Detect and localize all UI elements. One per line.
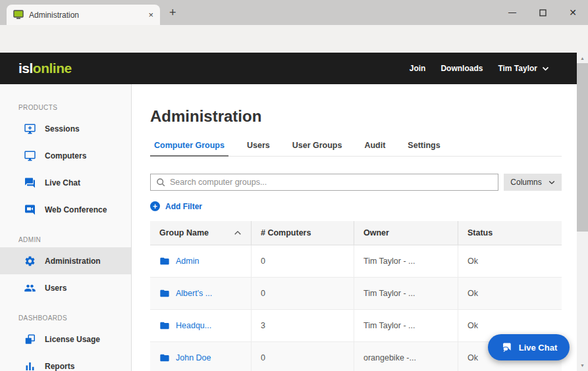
group-name-cell[interactable]: John Doe bbox=[150, 342, 252, 371]
folder-icon bbox=[159, 321, 170, 330]
group-name-cell[interactable]: Headqu... bbox=[150, 310, 252, 341]
scrollbar-thumb[interactable] bbox=[577, 63, 588, 232]
table-row: Albert's ... 0 Tim Taylor - ... Ok bbox=[150, 278, 562, 310]
minimize-button[interactable]: — bbox=[497, 0, 527, 25]
sidebar-item-computers[interactable]: Computers bbox=[0, 142, 131, 169]
add-filter-button[interactable]: + Add Filter bbox=[150, 201, 202, 211]
group-link[interactable]: Albert's ... bbox=[176, 289, 212, 298]
table-row: Admin 0 Tim Taylor - ... Ok bbox=[150, 245, 562, 278]
section-title-dashboards: DASHBOARDS bbox=[0, 314, 131, 322]
sidebar-item-label: Live Chat bbox=[45, 178, 80, 187]
sidebar-item-live-chat[interactable]: Live Chat bbox=[0, 169, 131, 196]
group-link[interactable]: Headqu... bbox=[176, 321, 211, 330]
table-header-row: Group Name # Computers Owner Status bbox=[150, 221, 562, 245]
sidebar-section-admin: ADMIN Administration Users bbox=[0, 236, 131, 301]
bar-chart-icon bbox=[24, 360, 36, 371]
sidebar-section-dashboards: DASHBOARDS License Usage Reports bbox=[0, 314, 131, 371]
folder-icon bbox=[159, 353, 170, 362]
search-input[interactable] bbox=[170, 178, 493, 187]
status-cell: Ok bbox=[458, 245, 562, 277]
layers-icon bbox=[24, 334, 36, 345]
scroll-down-icon[interactable]: ▼ bbox=[577, 360, 588, 370]
section-title-admin: ADMIN bbox=[0, 236, 131, 243]
main-content: Administration Computer Groups Users Use… bbox=[132, 84, 577, 371]
close-button[interactable]: ✕ bbox=[558, 0, 588, 25]
plus-circle-icon: + bbox=[150, 201, 160, 211]
video-bubble-icon bbox=[24, 204, 36, 216]
browser-titlebar: Administration × + — ✕ bbox=[0, 0, 588, 25]
computers-cell: 0 bbox=[252, 278, 354, 309]
tab-user-groups[interactable]: User Groups bbox=[288, 141, 346, 156]
columns-button[interactable]: Columns bbox=[504, 174, 562, 191]
site-navbar: islonline Join Downloads Tim Taylor bbox=[0, 53, 577, 84]
tab-audit[interactable]: Audit bbox=[360, 141, 389, 156]
sidebar-item-administration[interactable]: Administration bbox=[0, 247, 131, 274]
browser-toolbar: https://account.islonline.net/users/admi… bbox=[0, 25, 588, 53]
scroll-up-icon[interactable]: ▲ bbox=[577, 53, 588, 63]
group-name-cell[interactable]: Albert's ... bbox=[150, 278, 252, 309]
nav-link-downloads[interactable]: Downloads bbox=[441, 64, 483, 73]
sidebar-item-label: Sessions bbox=[45, 124, 80, 134]
folder-icon bbox=[159, 257, 170, 266]
new-tab-button[interactable]: + bbox=[169, 6, 176, 20]
table-controls: Columns bbox=[150, 174, 562, 191]
window-controls: — ✕ bbox=[497, 0, 588, 25]
chevron-down-icon bbox=[548, 180, 555, 185]
logo-online: online bbox=[33, 61, 72, 76]
columns-button-label: Columns bbox=[510, 178, 541, 187]
sidebar: PRODUCTS Sessions Computers Live Chat We… bbox=[0, 84, 132, 371]
column-header-status[interactable]: Status bbox=[458, 221, 562, 245]
owner-cell: orangebike -... bbox=[354, 342, 458, 371]
user-menu[interactable]: Tim Taylor bbox=[498, 64, 549, 73]
search-icon bbox=[156, 178, 165, 187]
computers-cell: 3 bbox=[252, 310, 354, 341]
maximize-button[interactable] bbox=[527, 0, 558, 25]
sidebar-item-label: Web Conference bbox=[45, 205, 107, 214]
group-link[interactable]: Admin bbox=[176, 257, 199, 266]
live-chat-button[interactable]: Live Chat bbox=[488, 334, 570, 360]
browser-tab[interactable]: Administration × bbox=[7, 5, 160, 25]
page-scrollbar[interactable]: ▲ ▼ bbox=[577, 53, 588, 371]
chevron-down-icon bbox=[542, 66, 549, 71]
section-title-products: PRODUCTS bbox=[0, 104, 131, 111]
sidebar-item-label: Computers bbox=[45, 151, 86, 161]
sidebar-item-web-conference[interactable]: Web Conference bbox=[0, 196, 131, 223]
folder-icon bbox=[159, 289, 170, 298]
monitor-plus-icon bbox=[24, 123, 36, 135]
sidebar-item-sessions[interactable]: Sessions bbox=[0, 115, 131, 142]
group-link[interactable]: John Doe bbox=[176, 353, 211, 362]
group-name-cell[interactable]: Admin bbox=[150, 245, 252, 277]
computers-cell: 0 bbox=[252, 342, 354, 371]
people-icon bbox=[24, 282, 36, 294]
page-title: Administration bbox=[150, 107, 562, 126]
column-header-owner[interactable]: Owner bbox=[354, 221, 458, 245]
sidebar-item-label: Reports bbox=[45, 362, 74, 371]
add-filter-label: Add Filter bbox=[165, 202, 202, 211]
sidebar-item-reports[interactable]: Reports bbox=[0, 353, 131, 371]
sidebar-item-users[interactable]: Users bbox=[0, 274, 131, 301]
column-header-group-name[interactable]: Group Name bbox=[150, 221, 252, 245]
logo-isl: isl bbox=[18, 61, 33, 76]
sidebar-item-label: Users bbox=[45, 284, 67, 293]
browser-tab-title: Administration bbox=[29, 11, 143, 20]
site-favicon-icon bbox=[13, 10, 24, 20]
sidebar-item-label: Administration bbox=[45, 257, 101, 266]
islonline-logo[interactable]: islonline bbox=[18, 61, 72, 76]
tab-close-icon[interactable]: × bbox=[148, 10, 153, 20]
sort-ascending-icon[interactable] bbox=[234, 230, 242, 235]
sidebar-item-license-usage[interactable]: License Usage bbox=[0, 326, 131, 353]
computers-cell: 0 bbox=[252, 245, 354, 277]
tab-computer-groups[interactable]: Computer Groups bbox=[150, 141, 228, 157]
user-menu-label: Tim Taylor bbox=[498, 64, 537, 73]
sidebar-item-label: License Usage bbox=[45, 335, 100, 344]
tab-settings[interactable]: Settings bbox=[404, 141, 444, 156]
chat-bubbles-icon bbox=[500, 342, 513, 353]
chat-bubbles-icon bbox=[24, 177, 36, 189]
column-header-computers[interactable]: # Computers bbox=[252, 221, 354, 245]
tab-users[interactable]: Users bbox=[243, 141, 274, 156]
navbar-links: Join Downloads Tim Taylor bbox=[410, 64, 549, 73]
owner-cell: Tim Taylor - ... bbox=[354, 310, 458, 341]
sidebar-section-products: PRODUCTS Sessions Computers Live Chat We… bbox=[0, 104, 131, 223]
search-box bbox=[150, 174, 498, 191]
nav-link-join[interactable]: Join bbox=[410, 64, 426, 73]
